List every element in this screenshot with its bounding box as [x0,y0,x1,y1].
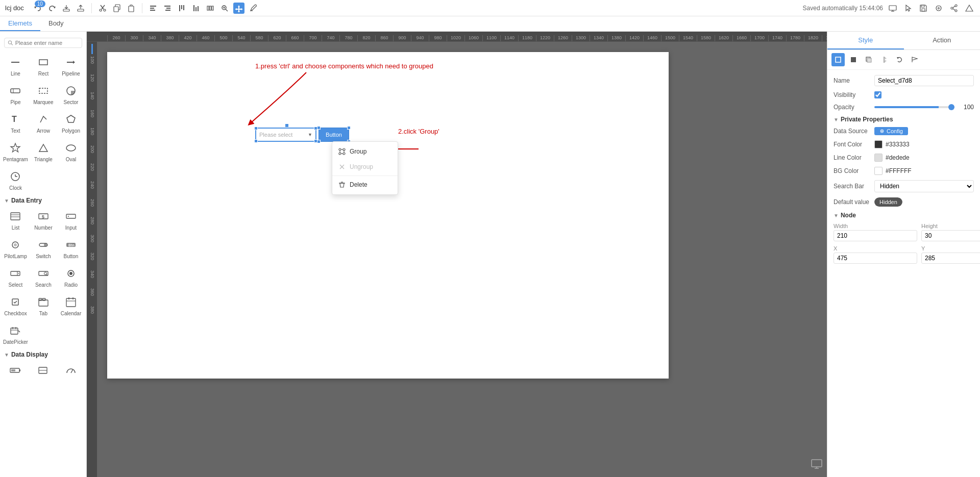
canvas-main[interactable]: 1.press 'ctrl' and choose components whi… [97,42,827,477]
width-input[interactable] [834,230,917,241]
svg-line-44 [11,43,13,45]
element-search-box[interactable] [4,38,82,48]
publish-icon[interactable] [964,3,975,14]
data-display-header[interactable]: ▼ Data Display [0,348,86,360]
toolbar-cut[interactable] [97,3,108,14]
toolbar-align-right[interactable] [162,3,173,14]
element-oval[interactable]: Oval [58,138,84,165]
element-rect[interactable]: Rect [30,52,57,80]
prop-line-color-row: Line Color #dedede [834,154,974,162]
gauge-icon [64,363,78,378]
element-radio[interactable]: Radio [58,263,84,291]
toolbar-align-bottom[interactable] [190,3,202,14]
save-icon[interactable] [918,3,929,14]
element-display-2[interactable] [30,360,56,382]
svg-point-4 [100,9,102,11]
svg-point-102 [343,148,345,150]
element-display-3[interactable] [58,360,84,382]
element-input[interactable]: Input [58,206,84,234]
font-color-swatch[interactable]: #333333 [874,140,974,148]
element-calendar[interactable]: Calendar [58,292,84,319]
element-button[interactable]: Btn Button [58,235,84,262]
element-tab[interactable]: Tab [30,292,57,319]
svg-point-77 [44,272,46,275]
line-color-swatch[interactable]: #dedede [874,154,974,162]
context-menu-delete[interactable]: Delete [332,177,398,192]
element-pentagram[interactable]: Pentagram [2,138,29,165]
element-display-1[interactable] [2,360,29,382]
toolbar-align-left[interactable] [148,3,159,14]
icon-bar-border[interactable] [831,53,845,66]
toolbar-copy[interactable] [111,3,122,14]
data-entry-header[interactable]: ▼ Data Entry [0,194,86,206]
height-input[interactable] [921,230,980,241]
element-number[interactable]: 5 Number [30,206,57,234]
toolbar-zoom[interactable] [219,3,230,14]
toolbar-undo[interactable]: 10 [32,3,43,14]
private-props-section[interactable]: ▼ Private Properties [834,116,974,123]
cursor-icon[interactable] [902,3,914,14]
svg-rect-96 [11,369,15,371]
tab-elements[interactable]: Elemets [0,16,40,31]
element-triangle[interactable]: Triangle [30,138,57,165]
toolbar-paste[interactable] [126,3,137,14]
element-pipe[interactable]: Pipe [2,81,29,108]
dropdown-arrow-icon: ▼ [308,132,312,137]
toolbar-distribute[interactable] [205,3,216,14]
element-pipeline[interactable]: Pipeline [58,52,84,80]
svg-rect-21 [207,6,209,10]
toolbar-move[interactable] [233,3,244,14]
svg-marker-54 [67,115,75,122]
icon-bar-flag[interactable] [908,53,921,66]
config-button[interactable]: Config [874,127,908,135]
icon-bar-rotate[interactable] [893,53,906,66]
element-text[interactable]: T Text [2,109,29,137]
y-input[interactable] [921,253,980,264]
toolbar-align-top[interactable] [176,3,187,14]
input-icon [64,209,78,223]
element-polygon[interactable]: Polygon [58,109,84,137]
element-search[interactable]: Search [30,263,57,291]
context-menu-group[interactable]: Group [332,144,398,159]
element-select[interactable]: Select [2,263,29,291]
element-datepicker[interactable]: DatePicker [2,320,29,348]
element-list[interactable]: List [2,206,29,234]
right-tab-style[interactable]: Style [827,32,904,49]
icon-bar-fill[interactable] [847,53,860,66]
preview-icon[interactable] [933,3,944,14]
element-marquee[interactable]: Marquee [30,81,57,108]
element-pilotlamp[interactable]: PilotLamp [2,235,29,262]
tab-body[interactable]: Body [40,16,72,31]
node-section[interactable]: ▼ Node [834,212,974,219]
icon-bar-position[interactable] [877,53,891,66]
toggle-hidden[interactable]: Hidden [874,197,902,207]
element-checkbox[interactable]: Checkbox [2,292,29,319]
bg-color-swatch[interactable]: #FFFFFF [874,167,974,175]
search-icon [8,40,13,46]
device-icon[interactable] [887,3,898,14]
private-props-chevron: ▼ [834,117,839,122]
element-line[interactable]: Line [2,52,29,80]
visibility-checkbox[interactable] [874,91,881,98]
toolbar-pen[interactable] [248,3,259,14]
element-arrow[interactable]: Arrow [30,109,57,137]
search-bar-select[interactable]: Hidden Visible [874,180,974,192]
ungroup-menu-icon [338,163,346,170]
svg-rect-15 [179,5,180,11]
right-tab-action[interactable]: Action [904,32,981,49]
element-sector[interactable]: Sector [58,81,84,108]
x-field: X [834,245,917,264]
share-icon[interactable] [948,3,960,14]
icon-bar-shadow[interactable] [862,53,875,66]
element-clock[interactable]: Clock [2,166,29,194]
element-search-input[interactable] [15,40,79,46]
toolbar-import[interactable] [61,3,72,14]
element-switch[interactable]: Switch [30,235,57,262]
select-element[interactable]: Please select ▼ [255,128,316,142]
name-input[interactable] [874,75,974,86]
toolbar-redo[interactable] [46,3,58,14]
opacity-slider[interactable] [874,106,954,108]
x-input[interactable] [834,253,917,264]
handle-tl [254,127,258,130]
toolbar-export[interactable] [75,3,86,14]
